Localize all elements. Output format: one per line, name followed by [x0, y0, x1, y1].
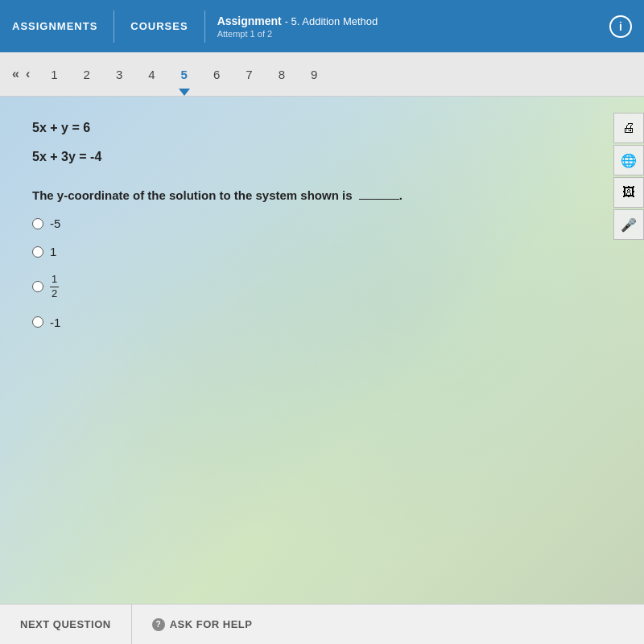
side-toolbar: 🖨 🌐 🖼 🎤: [613, 113, 644, 240]
bottom-bar: NEXT QUESTION ? ASK FOR HELP: [0, 604, 644, 644]
mic-button[interactable]: 🎤: [613, 209, 644, 240]
fraction-numerator: 1: [50, 273, 59, 287]
ask-help-button[interactable]: ? ASK FOR HELP: [132, 605, 273, 644]
nav-divider-1: [114, 10, 114, 43]
info-icon[interactable]: i: [609, 15, 632, 38]
page-9[interactable]: 9: [306, 64, 322, 85]
page-3[interactable]: 3: [111, 64, 127, 85]
double-back-arrow[interactable]: «: [12, 67, 19, 81]
page-7[interactable]: 7: [241, 64, 257, 85]
assignment-title: Assignment - 5. Addition Method: [217, 14, 378, 27]
image-button[interactable]: 🖼: [613, 177, 644, 208]
globe-button[interactable]: 🌐: [613, 145, 644, 175]
page-numbers: 1 2 3 4 5 6 7 8 9: [46, 64, 322, 85]
ask-help-label: ASK FOR HELP: [170, 618, 253, 630]
equation-1: 5x + y = 6: [32, 121, 612, 135]
equation-2: 5x + 3y = -4: [32, 150, 612, 164]
option-label-neg1: -1: [50, 316, 60, 329]
attempt-text: Attempt 1 of 2: [217, 29, 378, 39]
page-8[interactable]: 8: [274, 64, 290, 85]
page-5[interactable]: 5: [176, 64, 192, 85]
page-4[interactable]: 4: [143, 64, 159, 85]
nav-divider-2: [204, 10, 205, 43]
page-2[interactable]: 2: [79, 64, 95, 85]
page-1[interactable]: 1: [46, 64, 62, 85]
radio-neg1[interactable]: [32, 316, 43, 328]
answer-options: -5 1 1 2 -1: [32, 217, 612, 329]
option-label-half: 1 2: [50, 273, 59, 301]
question-text: The y-coordinate of the solution to the …: [32, 188, 612, 202]
radio-half[interactable]: [32, 281, 43, 292]
answer-option-1[interactable]: 1: [32, 245, 612, 258]
pagination-bar: « ‹ 1 2 3 4 5 6 7 8 9: [0, 52, 644, 97]
question-area: 5x + y = 6 5x + 3y = -4 The y-coordinate…: [32, 121, 612, 329]
option-label-neg5: -5: [50, 217, 60, 230]
radio-neg5[interactable]: [32, 218, 43, 229]
page-6[interactable]: 6: [208, 64, 225, 85]
globe-icon: 🌐: [621, 153, 637, 168]
top-nav-bar: ASSIGNMENTS COURSES Assignment - 5. Addi…: [0, 0, 644, 52]
assignment-info: Assignment - 5. Addition Method Attempt …: [217, 14, 378, 39]
radio-1[interactable]: [32, 246, 43, 258]
assignments-nav[interactable]: ASSIGNMENTS: [12, 20, 97, 32]
option-label-1: 1: [50, 245, 56, 258]
blank-line: [359, 199, 399, 200]
answer-option-half[interactable]: 1 2: [32, 273, 612, 301]
mic-icon: 🎤: [621, 217, 637, 233]
main-content: 🖨 🌐 🖼 🎤 5x + y = 6 5x + 3y = -4 The y-co…: [0, 97, 644, 604]
courses-nav[interactable]: COURSES: [130, 20, 188, 32]
back-arrow[interactable]: ‹: [26, 67, 30, 81]
answer-option-neg1[interactable]: -1: [32, 316, 612, 329]
print-icon: 🖨: [622, 121, 635, 135]
help-icon: ?: [152, 618, 165, 631]
image-icon: 🖼: [622, 185, 635, 200]
fraction-half: 1 2: [50, 273, 59, 301]
nav-arrows: « ‹: [12, 67, 30, 81]
answer-option-neg5[interactable]: -5: [32, 217, 612, 230]
next-question-button[interactable]: NEXT QUESTION: [0, 605, 132, 644]
print-button[interactable]: 🖨: [613, 113, 644, 143]
fraction-denominator: 2: [50, 287, 59, 301]
